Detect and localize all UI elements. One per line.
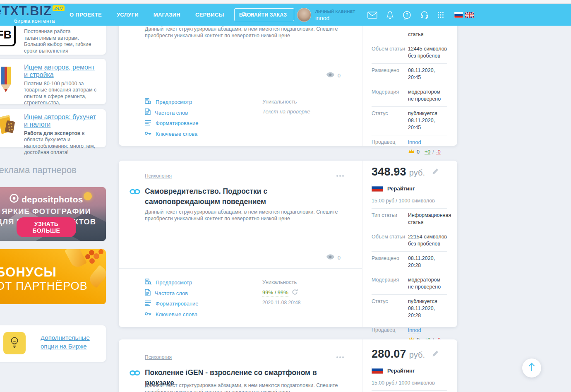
category-link[interactable]: Психология (145, 354, 172, 360)
support-headset-icon[interactable] (420, 10, 429, 21)
abacus-icon (0, 114, 20, 140)
nav-services[interactable]: УСЛУГИ (117, 12, 139, 18)
article-description: Данный текст структурирован абзацами, в … (145, 209, 343, 222)
detail-row: Объем статьи 22154 символов без пробелов (372, 230, 447, 251)
seller-row: Продавец innod 0 +0 / -0 (372, 135, 447, 159)
keywords-action[interactable]: Ключевые слова (145, 309, 199, 320)
formatting-action[interactable]: Форматирование (145, 298, 199, 309)
logo-text[interactable]: eTXT.BIZ (0, 5, 52, 18)
site-logo[interactable]: eTXT.BIZ 24/7 биржа контента (0, 5, 65, 24)
scroll-to-top-button[interactable] (522, 358, 541, 378)
flag-uk-icon[interactable] (465, 12, 474, 19)
negative-votes[interactable]: -0 (436, 149, 441, 156)
nav-tools[interactable]: СЕРВИСЫ (195, 12, 224, 18)
mail-icon[interactable] (367, 12, 377, 20)
word-frequency-action[interactable]: Частота слов (145, 108, 199, 118)
edit-price-icon[interactable] (432, 350, 439, 358)
article-title[interactable]: Самовредительство. Подростки с самоповре… (145, 186, 327, 207)
sidebar-ad-accounting-authors: Ищем авторов: бухучет и налоги Работа дл… (0, 109, 106, 147)
berries-decor (85, 254, 90, 259)
extra-options-link[interactable]: Дополнительные опции на Бирже (41, 333, 94, 351)
divider (119, 88, 362, 88)
article-description: Данный текст структурирован абзацами, в … (145, 382, 343, 392)
uniqueness-value-link[interactable]: 99% / 99% (262, 289, 288, 296)
pencil-icon (0, 66, 20, 95)
card-menu-icon[interactable] (336, 356, 344, 358)
detail-row: Тип статьи Информационная статья (372, 208, 447, 230)
article-meta-panel: 348.93 руб. Рерайтинг 15.00 руб./ 1000 с… (362, 161, 457, 327)
account-menu[interactable]: ЛИЧНЫЙ КАБИНЕТ innod (315, 9, 355, 22)
bell-icon[interactable] (386, 11, 394, 21)
search-icon (242, 12, 247, 18)
nav-shop[interactable]: МАГАЗИН (154, 12, 180, 18)
ad-text: Постоянная работа талантливым авторам. Б… (24, 29, 99, 54)
detail-row: Модерация модератором не проверено (372, 273, 447, 294)
link-chain-icon[interactable] (130, 370, 140, 378)
article-card: Психология Самовредительство. Подростки … (119, 161, 457, 327)
uniqueness-block: Уникальность 99% / 99% 2020.11.08 20:48 (253, 276, 352, 320)
preview-action[interactable]: Предпросмотр (145, 277, 199, 288)
price-rate: 15.00 руб./ 1000 символов (372, 198, 447, 204)
bonus-banner-line: ОТ ПАРТНЁРОВ (0, 280, 88, 293)
ad-text: Платим 80-100 р/1000 за товарные описани… (24, 81, 99, 106)
svg-text:?: ? (405, 12, 408, 17)
berries-decor (89, 258, 95, 264)
preview-icon (145, 279, 151, 287)
views-counter: 0 (326, 254, 341, 261)
article-card: Данный текст структурирован абзацами, в … (119, 17, 457, 146)
detail-row: статья (372, 28, 447, 42)
link-chain-icon[interactable] (130, 189, 140, 196)
flag-russia-icon[interactable] (454, 12, 463, 19)
views-counter: 0 (326, 72, 341, 79)
detail-row: Статус публикуется 08.11.2020, 20:28 (372, 294, 447, 323)
uniqueness-block: Уникальность Текст на проверке (253, 95, 352, 140)
eye-views-icon (326, 254, 335, 261)
help-icon[interactable]: ? (403, 11, 411, 21)
fb-logo-icon: FB (0, 23, 20, 46)
flag-russia-icon (372, 184, 383, 193)
preview-icon (145, 98, 151, 106)
key-icon (145, 130, 151, 137)
seller-link[interactable]: innod (408, 139, 421, 146)
positive-votes[interactable]: +0 (425, 149, 430, 156)
edit-price-icon[interactable] (432, 168, 439, 176)
document-icon (145, 108, 151, 117)
ad-title-link[interactable]: Ищем авторов, ремонт и стройка (24, 64, 99, 78)
category-link[interactable]: Психология (145, 173, 172, 179)
preview-action[interactable]: Предпросмотр (145, 97, 199, 108)
find-order-button[interactable]: НАЙТИ ЗАКАЗ (234, 8, 294, 21)
keywords-action[interactable]: Ключевые слова (145, 129, 199, 139)
nav-about[interactable]: О ПРОЕКТЕ (70, 12, 102, 18)
ad-title-link[interactable]: Ищем авторов: бухучет и налоги (24, 113, 99, 128)
seller-link[interactable]: innod (408, 327, 421, 334)
detail-row: Объем статьи 12445 символов без пробелов (372, 42, 447, 63)
camera-icon (10, 194, 19, 205)
learn-more-button[interactable]: УЗНАТЬ БОЛЬШЕ (17, 217, 76, 237)
uniqueness-date: 2020.11.08 20:48 (262, 300, 352, 305)
price-rate: 15.00 руб./ 1000 символов (372, 380, 447, 386)
format-lines-icon (145, 300, 151, 308)
lightbulb-icon[interactable] (3, 332, 26, 354)
main-nav: О ПРОЕКТЕ УСЛУГИ МАГАЗИН СЕРВИСЫ БЛОГ (70, 4, 254, 26)
word-frequency-action[interactable]: Частота слов (145, 288, 199, 299)
partner-bonuses-banner[interactable]: БОНУСЫ ОТ ПАРТНЁРОВ (0, 249, 106, 304)
format-lines-icon (145, 120, 151, 127)
sidebar-ad-repair-authors: Ищем авторов, ремонт и стройка Платим 80… (0, 59, 106, 104)
article-meta-panel: 280.07 руб. Рерайтинг 15.00 руб./ 1000 с… (362, 339, 457, 392)
banner-text-line: ЯРКИЕ ФОТОГРАФИИ (0, 207, 106, 216)
arrow-up-icon (528, 362, 536, 374)
depositphotos-banner[interactable]: depositphotos ЯРКИЕ ФОТОГРАФИИ ДЛЯ ВАШИХ… (0, 187, 106, 241)
work-type: Рерайтинг (387, 368, 415, 374)
apps-grid-icon[interactable] (437, 12, 444, 20)
formatting-action[interactable]: Форматирование (145, 118, 199, 129)
uniqueness-status: Текст на проверке (262, 108, 352, 115)
card-menu-icon[interactable] (336, 175, 344, 177)
extra-options-card: Дополнительные опции на Бирже (0, 325, 106, 362)
refresh-icon[interactable] (292, 289, 298, 297)
ad-text: Работа для экспертов в области бухучета … (24, 130, 99, 156)
partners-ads-heading: Реклама партнеров (0, 165, 77, 176)
work-type: Рерайтинг (387, 185, 415, 192)
document-icon (145, 289, 151, 297)
avatar[interactable] (297, 8, 311, 22)
article-actions: Предпросмотр Частота слов Форматирование… (145, 97, 199, 139)
